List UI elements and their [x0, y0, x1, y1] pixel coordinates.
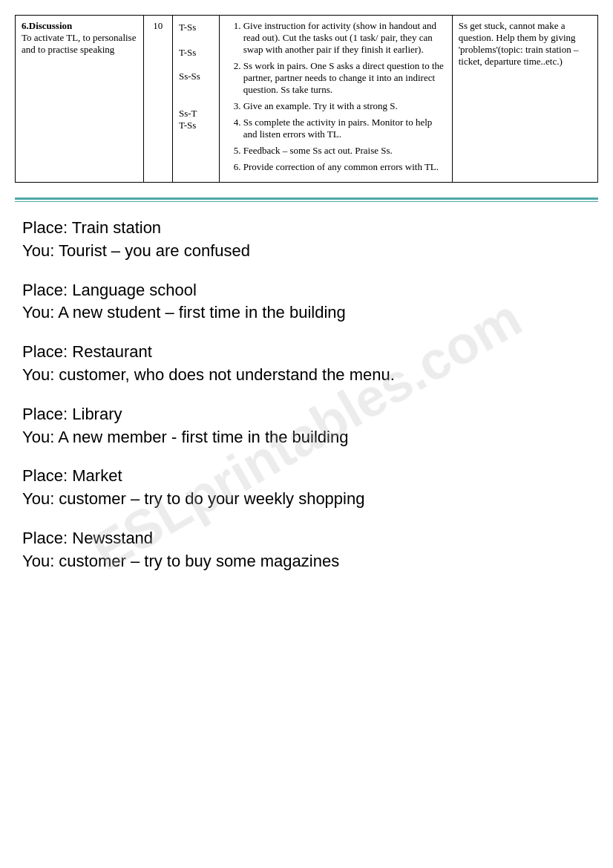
scenario-3-place: Place: Restaurant: [22, 341, 591, 364]
scenario-3: Place: Restaurant You: customer, who doe…: [22, 341, 591, 387]
scenario-6-place: Place: Newsstand: [22, 527, 591, 550]
procedure-item-4: Ss complete the activity in pairs. Monit…: [243, 117, 446, 140]
scenario-2-role: You: A new student – first time in the b…: [22, 301, 591, 324]
interaction-1: T-Ss: [179, 22, 213, 33]
scenario-1-role: You: Tourist – you are confused: [22, 240, 591, 263]
scenario-5-place: Place: Market: [22, 465, 591, 488]
activity-desc: To activate TL, to personalise and to pr…: [22, 32, 136, 55]
lesson-plan-table: 6.Discussion To activate TL, to personal…: [15, 15, 598, 183]
activity-cell: 6.Discussion To activate TL, to personal…: [16, 16, 144, 183]
interaction-list: T-Ss T-SsSs-Ss Ss-TT-Ss: [179, 20, 213, 131]
scenario-2: Place: Language school You: A new studen…: [22, 279, 591, 325]
scenario-6-role: You: customer – try to buy some magazine…: [22, 550, 591, 573]
scenario-6: Place: Newsstand You: customer – try to …: [22, 527, 591, 573]
notes-text: Ss get stuck, cannot make a question. He…: [459, 20, 579, 67]
procedure-item-5: Feedback – some Ss act out. Praise Ss.: [243, 145, 446, 157]
scenario-1-place: Place: Train station: [22, 217, 591, 240]
notes-cell: Ss get stuck, cannot make a question. He…: [452, 16, 597, 183]
divider: [15, 198, 598, 202]
procedure-list: Give instruction for activity (show in h…: [240, 20, 446, 173]
scenario-4-role: You: A new member - first time in the bu…: [22, 426, 591, 449]
interaction-2: T-SsSs-Ss: [179, 47, 213, 82]
procedure-item-6: Provide correction of any common errors …: [243, 161, 446, 173]
scenario-3-role: You: customer, who does not understand t…: [22, 364, 591, 387]
scenarios-section: Place: Train station You: Tourist – you …: [15, 209, 598, 597]
interaction-3: Ss-TT-Ss: [179, 96, 213, 131]
activity-title: 6.Discussion: [22, 20, 72, 31]
procedure-item-2: Ss work in pairs. One S asks a direct qu…: [243, 60, 446, 96]
scenario-5: Place: Market You: customer – try to do …: [22, 465, 591, 511]
procedure-item-1: Give instruction for activity (show in h…: [243, 20, 446, 56]
time-cell: 10: [143, 16, 172, 183]
scenario-4-place: Place: Library: [22, 403, 591, 426]
interaction-cell: T-Ss T-SsSs-Ss Ss-TT-Ss: [172, 16, 219, 183]
scenario-2-place: Place: Language school: [22, 279, 591, 302]
procedure-item-3: Give an example. Try it with a strong S.: [243, 100, 446, 112]
procedure-cell: Give instruction for activity (show in h…: [219, 16, 452, 183]
scenario-1: Place: Train station You: Tourist – you …: [22, 217, 591, 263]
time-value: 10: [153, 20, 163, 31]
scenario-5-role: You: customer – try to do your weekly sh…: [22, 488, 591, 511]
scenario-4: Place: Library You: A new member - first…: [22, 403, 591, 449]
